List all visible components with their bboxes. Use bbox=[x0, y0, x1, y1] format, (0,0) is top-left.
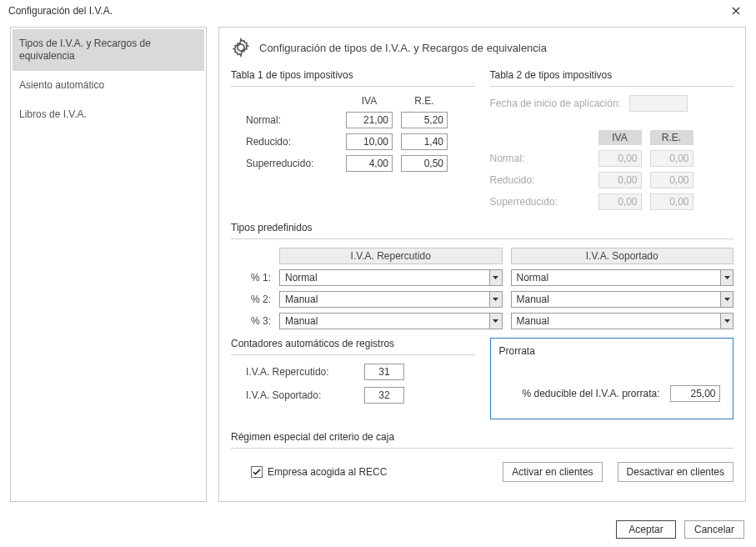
gear-icon bbox=[231, 38, 251, 58]
tabla2-superreducido-iva: 0,00 bbox=[598, 193, 642, 210]
prorrata-value[interactable]: 25,00 bbox=[670, 385, 720, 402]
counters-title: Contadores automáticos de registros bbox=[231, 338, 475, 355]
tabla1-normal-re[interactable]: 5,20 bbox=[401, 112, 448, 128]
tabla2-title: Tabla 2 de tipos impositivos bbox=[490, 69, 734, 87]
page-heading: Configuración de tipos de I.V.A. y Recar… bbox=[259, 42, 547, 54]
counters-sop-label: I.V.A. Soportado: bbox=[246, 389, 354, 401]
predef-row3-rep-select[interactable]: Manual bbox=[279, 313, 503, 329]
tabla2-superreducido-re: 0,00 bbox=[650, 193, 693, 210]
counters-sop-value[interactable]: 32 bbox=[364, 387, 404, 404]
cancel-button[interactable]: Cancelar bbox=[684, 520, 744, 539]
recc-check-label: Empresa acogida al RECC bbox=[268, 466, 387, 478]
tabla2-reducido-re: 0,00 bbox=[650, 172, 693, 188]
tabla2-row-superreducido-label: Superreducido: bbox=[490, 196, 590, 208]
predef-hd-sop: I.V.A. Soportado bbox=[511, 248, 734, 264]
tabla1-normal-iva[interactable]: 21,00 bbox=[346, 112, 393, 128]
predef-row1-sop-select[interactable]: Normal bbox=[511, 269, 734, 286]
tabla1-hd-re: R.E. bbox=[401, 95, 448, 107]
chevron-down-icon bbox=[724, 319, 730, 324]
counters-rep-label: I.V.A. Repercutido: bbox=[246, 366, 354, 378]
tabla2-reducido-iva: 0,00 bbox=[598, 172, 642, 188]
counters-rep-value[interactable]: 31 bbox=[364, 364, 404, 380]
chevron-down-icon bbox=[493, 319, 498, 324]
window-title: Configuración del I.V.A. bbox=[8, 5, 113, 17]
close-icon bbox=[732, 7, 740, 15]
tabla2-normal-iva: 0,00 bbox=[598, 150, 642, 167]
tabla1-title: Tabla 1 de tipos impositivos bbox=[231, 69, 475, 87]
recc-title: Régimen especial del criterio de caja bbox=[231, 431, 733, 449]
title-bar: Configuración del I.V.A. bbox=[0, 0, 756, 22]
tabla1-row-reducido-label: Reducido: bbox=[246, 136, 338, 148]
sidebar: Tipos de I.V.A. y Recargos de equivalenc… bbox=[10, 27, 207, 502]
predef-row3-label: % 3: bbox=[231, 315, 271, 327]
tabla1-row-superreducido-label: Superreducido: bbox=[246, 158, 338, 169]
tabla2-fecha-input bbox=[629, 95, 688, 112]
tabla1-superreducido-iva[interactable]: 4,00 bbox=[346, 155, 393, 172]
close-button[interactable] bbox=[721, 2, 751, 20]
predef-row2-sop-select[interactable]: Manual bbox=[511, 291, 734, 308]
predef-row2-label: % 2: bbox=[231, 294, 271, 305]
recc-deactivate-button[interactable]: Desactivar en clientes bbox=[618, 462, 733, 482]
sidebar-item-tipos-iva[interactable]: Tipos de I.V.A. y Recargos de equivalenc… bbox=[13, 29, 204, 71]
recc-checkbox[interactable]: Empresa acogida al RECC bbox=[251, 466, 387, 478]
predef-row3-sop-select[interactable]: Manual bbox=[511, 313, 734, 329]
prorrata-label: % deducible del I.V.A. prorrata: bbox=[523, 388, 660, 399]
chevron-down-icon bbox=[493, 298, 498, 302]
tabla2-row-normal-label: Normal: bbox=[490, 153, 590, 164]
chevron-down-icon bbox=[724, 298, 730, 302]
tabla1-reducido-re[interactable]: 1,40 bbox=[401, 133, 448, 150]
ok-button[interactable]: Aceptar bbox=[616, 520, 676, 539]
content-panel: Configuración de tipos de I.V.A. y Recar… bbox=[218, 27, 746, 502]
sidebar-item-libros[interactable]: Libros de I.V.A. bbox=[13, 100, 204, 129]
predef-row1-label: % 1: bbox=[231, 272, 271, 284]
predef-hd-rep: I.V.A. Repercutido bbox=[279, 248, 503, 264]
tabla2-hd-re: R.E. bbox=[650, 130, 693, 145]
predef-row1-rep-select[interactable]: Normal bbox=[279, 269, 503, 286]
recc-activate-button[interactable]: Activar en clientes bbox=[503, 462, 602, 482]
sidebar-item-asiento[interactable]: Asiento automático bbox=[13, 71, 204, 100]
chevron-down-icon bbox=[724, 276, 730, 280]
tabla1-superreducido-re[interactable]: 0,50 bbox=[401, 155, 448, 172]
tabla2-normal-re: 0,00 bbox=[650, 150, 693, 167]
check-icon bbox=[253, 469, 261, 475]
tabla2-hd-iva: IVA bbox=[598, 130, 642, 145]
tabla2-fecha-label: Fecha de inicio de aplicación: bbox=[490, 98, 621, 109]
prorrata-title: Prorrata bbox=[499, 345, 725, 357]
tabla1-reducido-iva[interactable]: 10,00 bbox=[346, 133, 393, 150]
tabla1-hd-iva: IVA bbox=[346, 95, 393, 107]
chevron-down-icon bbox=[493, 276, 498, 280]
tabla2-row-reducido-label: Reducido: bbox=[490, 174, 590, 186]
predef-row2-rep-select[interactable]: Manual bbox=[279, 291, 503, 308]
prorrata-box: Prorrata % deducible del I.V.A. prorrata… bbox=[490, 338, 734, 419]
tabla1-row-normal-label: Normal: bbox=[246, 114, 338, 126]
predef-title: Tipos predefinidos bbox=[231, 222, 733, 239]
